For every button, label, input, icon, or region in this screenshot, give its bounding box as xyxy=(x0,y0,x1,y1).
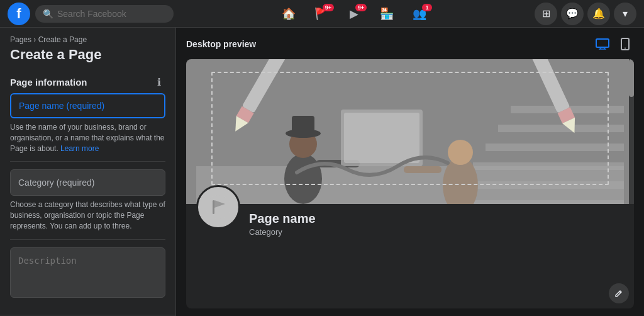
form-section: Use the name of your business, brand or … xyxy=(0,93,175,307)
svg-rect-0 xyxy=(596,39,609,47)
search-icon: 🔍 xyxy=(43,9,53,19)
category-input[interactable]: Category (required) xyxy=(10,169,165,196)
page-name-input[interactable] xyxy=(10,93,165,118)
left-panel: Pages › Create a Page Create a Page Page… xyxy=(0,28,176,316)
page-info-preview: Page name Category xyxy=(186,204,634,247)
preview-container: Page name Category xyxy=(186,59,634,308)
edit-overlay-button[interactable] xyxy=(609,283,629,303)
scrollbar-thumb[interactable] xyxy=(629,59,634,97)
main-layout: Pages › Create a Page Create a Page Page… xyxy=(0,28,644,316)
nav-home-button[interactable]: 🏠 xyxy=(274,3,304,25)
separator-2 xyxy=(10,239,165,240)
search-bar[interactable]: 🔍 xyxy=(35,5,174,23)
store-icon: 🏪 xyxy=(380,7,394,21)
grid-button[interactable]: ⊞ xyxy=(535,3,557,25)
page-information-header: Page information ℹ xyxy=(0,71,175,93)
nav-right: ⊞ 💬 🔔 ▾ xyxy=(535,3,636,25)
svg-rect-27 xyxy=(292,116,314,133)
svg-point-5 xyxy=(625,48,626,49)
messenger-icon: 💬 xyxy=(566,8,579,20)
desktop-preview-button[interactable] xyxy=(594,35,611,53)
search-input[interactable] xyxy=(57,9,166,19)
preview-icons xyxy=(594,35,634,53)
nav-people-button[interactable]: 👥 1 xyxy=(404,3,435,25)
description-input[interactable] xyxy=(10,247,165,298)
account-menu-button[interactable]: ▾ xyxy=(614,3,636,25)
svg-point-24 xyxy=(284,154,322,204)
chevron-down-icon: ▾ xyxy=(623,8,628,20)
notifications-button[interactable]: 🔔 xyxy=(587,3,610,25)
page-avatar xyxy=(196,185,240,229)
separator-3 xyxy=(0,315,175,315)
mobile-preview-button[interactable] xyxy=(616,35,634,53)
svg-rect-35 xyxy=(213,200,214,214)
page-name-hint: Use the name of your business, brand or … xyxy=(10,122,165,154)
separator-1 xyxy=(10,161,165,162)
breadcrumb: Pages › Create a Page xyxy=(0,28,175,47)
people-badge: 1 xyxy=(422,4,432,11)
flag-badge: 9+ xyxy=(323,4,334,11)
bell-icon: 🔔 xyxy=(592,8,605,20)
svg-rect-34 xyxy=(206,195,230,219)
right-panel: Desktop preview xyxy=(176,28,644,316)
svg-point-32 xyxy=(448,140,473,165)
svg-rect-30 xyxy=(344,113,419,163)
preview-header: Desktop preview xyxy=(186,35,634,53)
info-icon[interactable]: ℹ xyxy=(153,76,165,88)
messenger-button[interactable]: 💬 xyxy=(561,3,584,25)
nav-center: 🏠 🚩 9+ ▶ 9+ 🏪 👥 1 xyxy=(179,3,530,25)
page-name-label: Page name xyxy=(249,212,624,226)
cover-area xyxy=(186,59,634,204)
facebook-logo[interactable]: f xyxy=(8,3,30,25)
topnav: f 🔍 🏠 🚩 9+ ▶ 9+ 🏪 👥 1 ⊞ 💬 🔔 xyxy=(0,0,644,28)
preview-title: Desktop preview xyxy=(186,39,256,49)
learn-more-link[interactable]: Learn more xyxy=(60,144,99,153)
home-icon: 🏠 xyxy=(282,7,296,21)
grid-icon: ⊞ xyxy=(542,8,550,20)
page-information-title: Page information xyxy=(10,77,87,87)
svg-rect-33 xyxy=(404,166,441,173)
nav-flag-button[interactable]: 🚩 9+ xyxy=(306,3,336,25)
category-hint: Choose a category that describes what ty… xyxy=(10,200,165,231)
category-field-group: Category (required) Choose a category th… xyxy=(10,169,165,231)
page-category-label: Category xyxy=(249,227,624,237)
description-field-group xyxy=(10,247,165,300)
page-title: Create a Page xyxy=(0,47,175,71)
preview-scrollbar[interactable] xyxy=(629,59,634,204)
video-badge: 9+ xyxy=(355,4,367,11)
page-name-field-group: Use the name of your business, brand or … xyxy=(10,93,165,154)
nav-video-button[interactable]: ▶ 9+ xyxy=(339,3,369,25)
nav-store-button[interactable]: 🏪 xyxy=(372,3,402,25)
